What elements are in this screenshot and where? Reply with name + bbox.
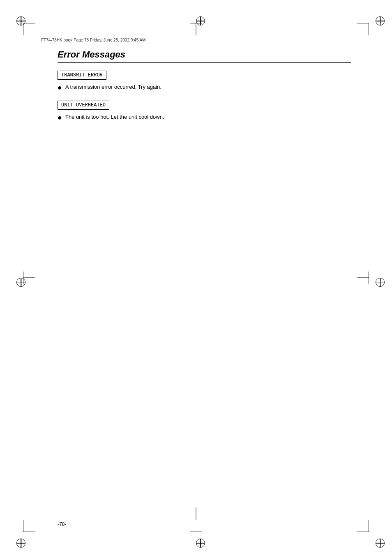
crop-mark-tc-v (196, 23, 196, 35)
crop-mark-bl-v (23, 520, 23, 532)
bullet-icon-transmit: ● (58, 82, 62, 93)
crop-mark-rc-v (369, 272, 369, 284)
error-text-overheated: The unit is too hot. Let the unit cool d… (65, 113, 351, 121)
crop-mark-tr-v (369, 23, 369, 35)
error-code-overheated: UNIT OVERHEATED (58, 101, 109, 110)
crop-mark-tr-h (357, 23, 369, 23)
crop-mark-br-h (357, 532, 369, 532)
page-number: -78- (58, 521, 66, 527)
error-description-transmit: ● A transmission error occurred. Try aga… (58, 83, 351, 93)
main-content: Error Messages TRANSMIT ERROR ● A transm… (58, 49, 351, 514)
header-info: FT74-78HK.book Page 78 Friday, June 28, … (41, 38, 145, 42)
error-code-transmit: TRANSMIT ERROR (58, 71, 106, 80)
error-section-overheated: UNIT OVERHEATED ● The unit is too hot. L… (58, 101, 351, 123)
crop-mark-lc-h (23, 277, 35, 278)
bullet-icon-overheated: ● (58, 112, 62, 123)
crop-mark-bl-h (23, 532, 35, 532)
crop-mark-br-v (369, 520, 369, 532)
error-section-transmit: TRANSMIT ERROR ● A transmission error oc… (58, 71, 351, 93)
header-info-text: FT74-78HK.book Page 78 Friday, June 28, … (41, 38, 145, 42)
page-title: Error Messages (58, 49, 351, 63)
crop-mark-rc-h (357, 277, 369, 278)
error-text-transmit: A transmission error occurred. Try again… (65, 83, 351, 91)
crop-mark-bc-h (190, 532, 202, 532)
page: FT74-78HK.book Page 78 Friday, June 28, … (0, 0, 392, 555)
error-description-overheated: ● The unit is too hot. Let the unit cool… (58, 113, 351, 123)
